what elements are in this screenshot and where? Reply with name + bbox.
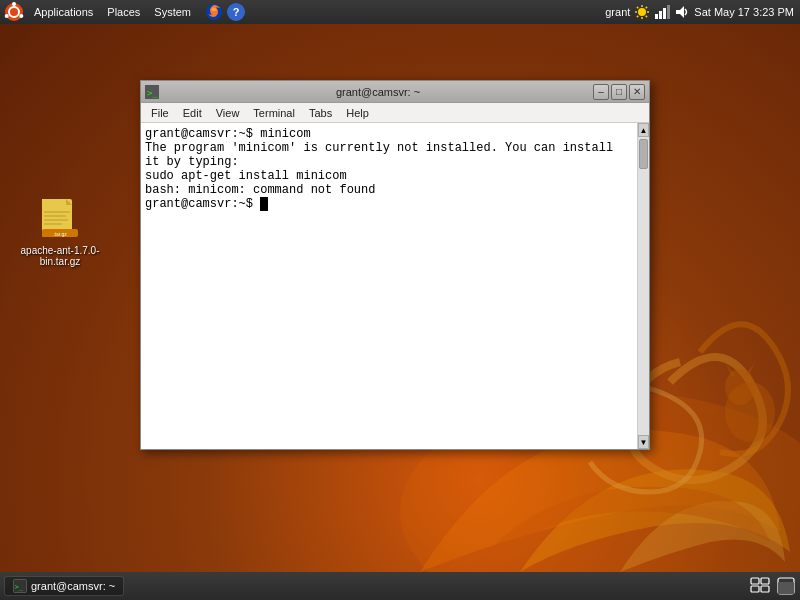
svg-line-14 (637, 7, 638, 8)
svg-rect-38 (761, 578, 769, 584)
show-desktop-icon[interactable] (750, 576, 770, 596)
terminal-window: >_ grant@camsvr: ~ – □ ✕ File Edit View … (140, 80, 650, 450)
svg-point-7 (5, 14, 9, 18)
svg-line-16 (646, 7, 647, 8)
terminal-body: grant@camsvr:~$ minicom The program 'min… (141, 123, 649, 449)
terminal-titlebar-buttons: – □ ✕ (593, 84, 645, 100)
taskbar-window-icon: >_ (13, 579, 27, 593)
svg-rect-27 (44, 215, 66, 217)
svg-rect-36 (751, 578, 759, 584)
taskbar-bottom: >_ grant@camsvr: ~ (0, 572, 800, 600)
desktop: Applications Places System ? grant (0, 0, 800, 600)
menu-applications[interactable]: Applications (28, 4, 99, 20)
firefox-icon[interactable] (205, 3, 223, 21)
terminal-cursor (260, 197, 268, 211)
taskbar-top-left: Applications Places System ? (0, 2, 245, 22)
volume-icon[interactable] (674, 4, 690, 20)
svg-marker-22 (676, 6, 684, 18)
terminal-line-3: sudo apt-get install minicom (145, 169, 633, 183)
desktop-icon-apache-ant[interactable]: .tar.gz apache-ant-1.7.0-bin.tar.gz (20, 195, 100, 267)
ubuntu-logo-icon[interactable] (4, 2, 24, 22)
scrollbar-down-arrow[interactable]: ▼ (638, 435, 649, 449)
svg-rect-41 (778, 582, 794, 594)
maximize-button[interactable]: □ (611, 84, 627, 100)
terminal-titlebar: >_ grant@camsvr: ~ – □ ✕ (141, 81, 649, 103)
svg-text:>_: >_ (15, 583, 24, 591)
svg-rect-29 (44, 223, 62, 225)
svg-text:.tar.gz: .tar.gz (53, 231, 67, 237)
svg-rect-25 (42, 199, 66, 205)
svg-rect-26 (44, 211, 70, 213)
terminal-title: grant@camsvr: ~ (163, 86, 593, 98)
svg-rect-20 (663, 8, 666, 19)
scrollbar-thumb[interactable] (639, 139, 648, 169)
terminal-menu-file[interactable]: File (145, 106, 175, 120)
terminal-menu-view[interactable]: View (210, 106, 246, 120)
svg-line-17 (637, 16, 638, 17)
menu-places[interactable]: Places (101, 4, 146, 20)
menu-system[interactable]: System (148, 4, 197, 20)
taskbar-top: Applications Places System ? grant (0, 0, 800, 24)
svg-point-6 (19, 14, 23, 18)
minimize-button[interactable]: – (593, 84, 609, 100)
terminal-scrollbar[interactable]: ▲ ▼ (637, 123, 649, 449)
network-icon[interactable] (654, 4, 670, 20)
svg-point-2 (725, 369, 755, 405)
terminal-line-5: grant@camsvr:~$ (145, 197, 633, 211)
username-label: grant (605, 6, 630, 18)
svg-rect-21 (667, 5, 670, 19)
terminal-menu-terminal[interactable]: Terminal (247, 106, 301, 120)
taskbar-top-right: grant (605, 4, 800, 20)
close-button[interactable]: ✕ (629, 84, 645, 100)
terminal-line-2: The program 'minicom' is currently not i… (145, 141, 633, 169)
terminal-window-icon: >_ (145, 85, 159, 99)
taskbar-window-label: grant@camsvr: ~ (31, 580, 115, 592)
svg-text:>_: >_ (147, 88, 158, 98)
window-selector-icon[interactable] (776, 576, 796, 596)
terminal-menu-help[interactable]: Help (340, 106, 375, 120)
terminal-line-1: grant@camsvr:~$ minicom (145, 127, 633, 141)
svg-line-15 (646, 16, 647, 17)
apache-ant-icon: .tar.gz (36, 195, 84, 243)
brightness-icon[interactable] (634, 4, 650, 20)
terminal-menu-tabs[interactable]: Tabs (303, 106, 338, 120)
terminal-menubar: File Edit View Terminal Tabs Help (141, 103, 649, 123)
svg-point-1 (725, 382, 775, 442)
taskbar-bottom-right (750, 576, 796, 596)
svg-rect-39 (761, 586, 769, 592)
svg-rect-37 (751, 586, 759, 592)
desktop-icon-label: apache-ant-1.7.0-bin.tar.gz (20, 245, 100, 267)
help-icon[interactable]: ? (227, 3, 245, 21)
terminal-line-4: bash: minicom: command not found (145, 183, 633, 197)
terminal-menu-edit[interactable]: Edit (177, 106, 208, 120)
datetime-label: Sat May 17 3:23 PM (694, 6, 794, 18)
scrollbar-up-arrow[interactable]: ▲ (638, 123, 649, 137)
svg-point-9 (638, 8, 646, 16)
scrollbar-track (638, 137, 649, 435)
taskbar-open-window[interactable]: >_ grant@camsvr: ~ (4, 576, 124, 596)
terminal-content[interactable]: grant@camsvr:~$ minicom The program 'min… (141, 123, 637, 449)
svg-rect-18 (655, 14, 658, 19)
svg-rect-19 (659, 11, 662, 19)
svg-rect-28 (44, 219, 68, 221)
svg-point-5 (12, 2, 16, 6)
